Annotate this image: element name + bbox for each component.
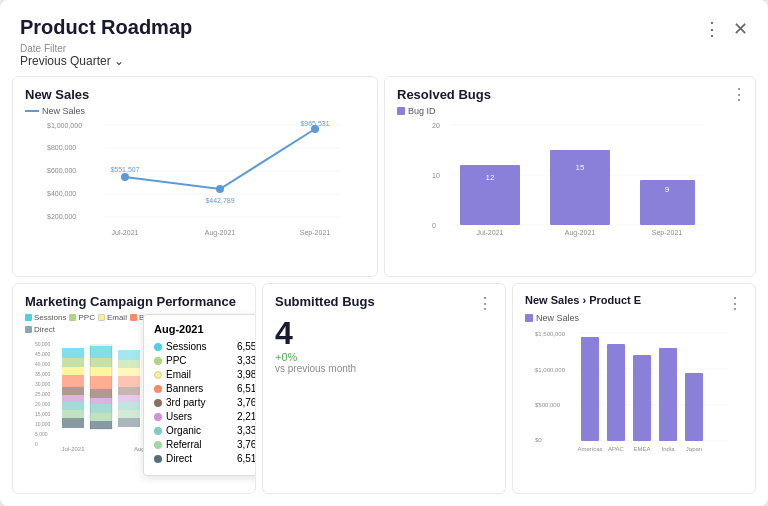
date-filter-dropdown[interactable]: Previous Quarter ⌄ — [20, 54, 192, 68]
product-e-legend: New Sales — [525, 313, 743, 323]
svg-rect-56 — [90, 367, 112, 376]
tooltip-row-referral: Referral 3,763 — [154, 439, 256, 450]
new-sales-title: New Sales — [25, 87, 365, 102]
svg-text:40,000: 40,000 — [35, 361, 51, 367]
svg-rect-84 — [607, 344, 625, 441]
svg-text:50,000: 50,000 — [35, 341, 51, 347]
product-e-menu-icon[interactable]: ⋮ — [727, 294, 743, 313]
page-title: Product Roadmap — [20, 16, 192, 39]
resolved-bugs-menu-icon[interactable]: ⋮ — [731, 85, 747, 104]
svg-rect-54 — [90, 346, 112, 358]
svg-text:30,000: 30,000 — [35, 381, 51, 387]
svg-text:15,000: 15,000 — [35, 411, 51, 417]
svg-text:35,000: 35,000 — [35, 371, 51, 377]
content-grid: New Sales New Sales $1,000,000 $800,000 … — [0, 76, 768, 506]
legend-item-product-e: New Sales — [525, 313, 579, 323]
marketing-panel: Marketing Campaign Performance Sessions … — [12, 283, 256, 494]
svg-rect-27 — [550, 150, 610, 225]
svg-rect-68 — [118, 395, 140, 402]
svg-text:$800,000: $800,000 — [47, 144, 76, 151]
legend-item-new-sales: New Sales — [25, 106, 85, 116]
svg-text:20,000: 20,000 — [35, 401, 51, 407]
submitted-bugs-label: vs previous month — [275, 363, 493, 374]
tooltip-row-sessions: Sessions 6,556 — [154, 341, 256, 352]
tooltip-row-direct: Direct 6,510 — [154, 453, 256, 464]
submitted-bugs-value: 4 — [275, 317, 493, 349]
svg-text:Americas: Americas — [577, 446, 602, 452]
submitted-bugs-menu-icon[interactable]: ⋮ — [477, 294, 493, 313]
bottom-row: Marketing Campaign Performance Sessions … — [12, 283, 756, 494]
svg-text:5,000: 5,000 — [35, 431, 48, 437]
svg-text:$1,000,000: $1,000,000 — [47, 122, 82, 129]
svg-rect-61 — [90, 413, 112, 421]
legend-sessions: Sessions — [25, 313, 66, 322]
svg-rect-57 — [90, 376, 112, 389]
tooltip-row-ppc: PPC 3,334 — [154, 355, 256, 366]
svg-rect-69 — [118, 402, 140, 410]
header: Product Roadmap Date Filter Previous Qua… — [0, 0, 768, 76]
svg-text:25,000: 25,000 — [35, 391, 51, 397]
svg-text:Jul-2021: Jul-2021 — [61, 446, 85, 452]
legend-direct: Direct — [25, 325, 55, 334]
svg-text:15: 15 — [576, 163, 585, 172]
svg-text:Sep-2021: Sep-2021 — [652, 229, 682, 237]
svg-text:10,000: 10,000 — [35, 421, 51, 427]
new-sales-chart: $1,000,000 $800,000 $600,000 $400,000 $2… — [25, 120, 365, 240]
svg-point-13 — [121, 173, 129, 181]
svg-text:$400,000: $400,000 — [47, 190, 76, 197]
svg-rect-51 — [62, 402, 84, 410]
svg-rect-86 — [659, 348, 677, 441]
product-e-panel: New Sales › Product E ⋮ New Sales $1,500… — [512, 283, 756, 494]
svg-rect-70 — [118, 410, 140, 418]
svg-rect-83 — [581, 337, 599, 441]
submitted-bugs-delta: +0% — [275, 351, 493, 363]
resolved-bugs-legend: Bug ID — [397, 106, 743, 116]
resolved-bugs-chart: 20 10 0 12 15 9 Jul-2021 Aug-2021 — [397, 120, 743, 240]
svg-text:$200,000: $200,000 — [47, 213, 76, 220]
svg-text:Jul-2021: Jul-2021 — [112, 229, 139, 236]
close-icon[interactable]: ✕ — [733, 20, 748, 38]
svg-text:Jul-2021: Jul-2021 — [477, 229, 504, 236]
svg-text:EMEA: EMEA — [633, 446, 650, 452]
svg-rect-62 — [90, 421, 112, 429]
svg-text:Sep-2021: Sep-2021 — [300, 229, 330, 237]
svg-rect-46 — [62, 358, 84, 367]
resolved-bugs-panel: Resolved Bugs ⋮ Bug ID 20 10 0 — [384, 76, 756, 277]
svg-text:$0: $0 — [535, 437, 542, 443]
svg-text:10: 10 — [432, 172, 440, 179]
tooltip-row-email: Email 3,987 — [154, 369, 256, 380]
svg-rect-55 — [90, 358, 112, 367]
svg-rect-87 — [685, 373, 703, 441]
svg-text:$600,000: $600,000 — [47, 167, 76, 174]
legend-item-bug-id: Bug ID — [397, 106, 436, 116]
svg-rect-48 — [62, 375, 84, 387]
legend-email: Email — [98, 313, 127, 322]
dashboard-container: Product Roadmap Date Filter Previous Qua… — [0, 0, 768, 506]
header-right: ⋮ ✕ — [703, 20, 748, 38]
svg-text:India: India — [661, 446, 675, 452]
svg-rect-49 — [62, 387, 84, 395]
svg-rect-59 — [90, 398, 112, 404]
tooltip-row-banners: Banners 6,510 — [154, 383, 256, 394]
filter-label: Date Filter — [20, 43, 192, 54]
svg-text:Japan: Japan — [686, 446, 702, 452]
svg-rect-47 — [62, 367, 84, 375]
svg-text:12: 12 — [486, 173, 495, 182]
svg-text:0: 0 — [432, 222, 436, 229]
more-options-icon[interactable]: ⋮ — [703, 20, 721, 38]
svg-text:$551,507: $551,507 — [110, 166, 139, 173]
svg-text:$965,531: $965,531 — [300, 120, 329, 127]
svg-rect-63 — [118, 350, 140, 360]
svg-rect-50 — [62, 395, 84, 402]
product-e-chart: $1,500,000 $1,000,000 $500,000 $0 — [525, 327, 743, 457]
marketing-tooltip: Aug-2021 Sessions 6,556 PPC 3,334 — [143, 314, 256, 476]
svg-rect-52 — [62, 410, 84, 418]
svg-rect-65 — [118, 368, 140, 376]
svg-text:APAC: APAC — [608, 446, 625, 452]
legend-ppc: PPC — [69, 313, 94, 322]
svg-rect-53 — [62, 418, 84, 428]
svg-text:0: 0 — [35, 441, 38, 447]
chevron-down-icon: ⌄ — [114, 54, 124, 68]
product-e-breadcrumb: New Sales › Product E — [525, 294, 641, 306]
svg-text:Aug-2021: Aug-2021 — [205, 229, 235, 237]
